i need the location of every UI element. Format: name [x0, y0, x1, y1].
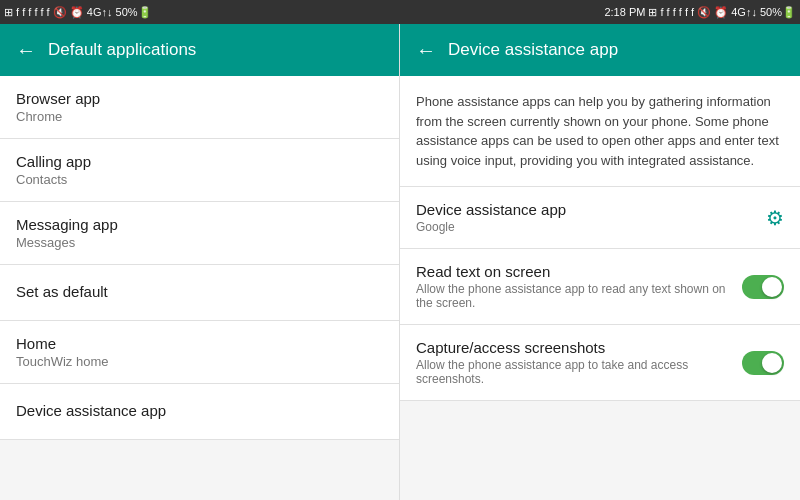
browser-app-title: Browser app — [16, 90, 383, 107]
capture-screenshots-toggle-knob — [762, 353, 782, 373]
left-panel-header: ← Default applications — [0, 24, 399, 76]
left-panel: ← Default applications Browser app Chrom… — [0, 24, 400, 500]
browser-app-item[interactable]: Browser app Chrome — [0, 76, 399, 139]
gear-icon[interactable]: ⚙ — [766, 206, 784, 230]
capture-screenshots-row[interactable]: Capture/access screenshots Allow the pho… — [400, 325, 800, 401]
capture-screenshots-subtitle: Allow the phone assistance app to take a… — [416, 358, 730, 386]
device-assistance-text: Device assistance app Google — [416, 201, 766, 234]
main-content: ← Default applications Browser app Chrom… — [0, 24, 800, 500]
status-icons-right: ⊞ f f f f f f 🔇 ⏰ 4G↑↓ 50%🔋 — [648, 6, 796, 19]
status-time: 2:18 PM — [604, 6, 645, 18]
set-as-default-title: Set as default — [16, 279, 383, 304]
status-bar: ⊞ f f f f f f 🔇 ⏰ 4G↑↓ 50%🔋 2:18 PM ⊞ f … — [0, 0, 800, 24]
home-app-subtitle: TouchWiz home — [16, 354, 383, 369]
read-text-row[interactable]: Read text on screen Allow the phone assi… — [400, 249, 800, 325]
left-panel-title: Default applications — [48, 40, 196, 60]
home-app-title: Home — [16, 335, 383, 352]
read-text-toggle-knob — [762, 277, 782, 297]
device-assistance-app-row[interactable]: Device assistance app Google ⚙ — [400, 187, 800, 249]
capture-screenshots-title: Capture/access screenshots — [416, 339, 730, 356]
messaging-app-subtitle: Messages — [16, 235, 383, 250]
read-text-subtitle: Allow the phone assistance app to read a… — [416, 282, 730, 310]
device-assistance-app-title: Device assistance app — [416, 201, 754, 218]
calling-app-subtitle: Contacts — [16, 172, 383, 187]
status-bar-left: ⊞ f f f f f f 🔇 ⏰ 4G↑↓ 50%🔋 — [4, 6, 152, 19]
device-assistance-app-subtitle: Google — [416, 220, 754, 234]
read-text-text: Read text on screen Allow the phone assi… — [416, 263, 742, 310]
device-assistance-item-left[interactable]: Device assistance app — [0, 384, 399, 440]
read-text-title: Read text on screen — [416, 263, 730, 280]
read-text-toggle[interactable]: ON — [742, 275, 784, 299]
assistance-description: Phone assistance apps can help you by ga… — [400, 76, 800, 187]
calling-app-item[interactable]: Calling app Contacts — [0, 139, 399, 202]
status-icons-left: ⊞ f f f f f f 🔇 ⏰ 4G↑↓ 50%🔋 — [4, 6, 152, 19]
right-panel: ← Device assistance app Phone assistance… — [400, 24, 800, 500]
right-panel-header: ← Device assistance app — [400, 24, 800, 76]
right-back-button[interactable]: ← — [416, 39, 436, 62]
capture-screenshots-toggle[interactable]: ON — [742, 351, 784, 375]
set-as-default-item[interactable]: Set as default — [0, 265, 399, 321]
calling-app-title: Calling app — [16, 153, 383, 170]
home-app-item[interactable]: Home TouchWiz home — [0, 321, 399, 384]
left-settings-list: Browser app Chrome Calling app Contacts … — [0, 76, 399, 500]
messaging-app-item[interactable]: Messaging app Messages — [0, 202, 399, 265]
browser-app-subtitle: Chrome — [16, 109, 383, 124]
left-back-button[interactable]: ← — [16, 39, 36, 62]
device-assistance-title-left: Device assistance app — [16, 398, 383, 423]
capture-screenshots-text: Capture/access screenshots Allow the pho… — [416, 339, 742, 386]
status-bar-right: 2:18 PM ⊞ f f f f f f 🔇 ⏰ 4G↑↓ 50%🔋 — [604, 6, 796, 19]
right-panel-title: Device assistance app — [448, 40, 618, 60]
messaging-app-title: Messaging app — [16, 216, 383, 233]
